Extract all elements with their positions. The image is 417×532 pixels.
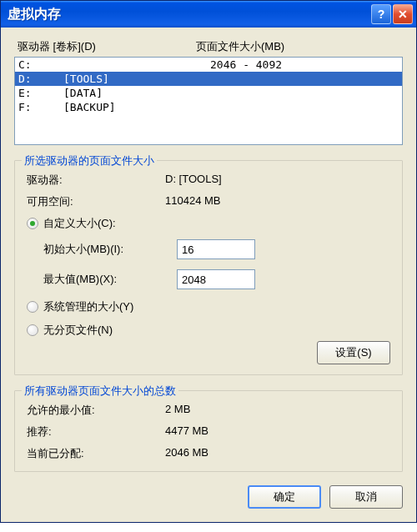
- close-icon: ✕: [398, 8, 408, 21]
- drive-row[interactable]: F:[BACKUP]: [15, 100, 402, 114]
- drive-volume-label: [TOOLS]: [63, 73, 210, 85]
- titlebar[interactable]: 虚拟内存 ? ✕: [1, 1, 416, 28]
- system-managed-label: 系统管理的大小(Y): [43, 299, 133, 314]
- drive-row[interactable]: C:2046 - 4092: [15, 58, 402, 72]
- custom-size-label: 自定义大小(C):: [43, 216, 116, 231]
- window-title: 虚拟内存: [8, 6, 371, 23]
- drive-label: 驱动器:: [27, 173, 165, 188]
- group-title: 所有驱动器页面文件大小的总数: [22, 384, 178, 399]
- system-managed-radio[interactable]: [27, 301, 38, 313]
- total-paging-group: 所有驱动器页面文件大小的总数 允许的最小值: 2 MB 推荐: 4477 MB …: [14, 390, 403, 472]
- pagefile-size-column-header: 页面文件大小(MB): [196, 39, 399, 54]
- no-paging-file-label: 无分页文件(N): [43, 323, 113, 338]
- available-space-value: 110424 MB: [165, 194, 390, 209]
- drive-pagefile-size: [210, 73, 399, 85]
- min-allowed-value: 2 MB: [165, 403, 390, 418]
- drive-letter: C:: [18, 58, 63, 71]
- drive-volume-label: [63, 58, 210, 71]
- drive-pagefile-size: 2046 - 4092: [210, 58, 399, 71]
- currently-allocated-label: 当前已分配:: [27, 446, 165, 461]
- help-icon: ?: [378, 8, 385, 21]
- cancel-button[interactable]: 取消: [329, 485, 403, 509]
- max-size-label: 最大值(MB)(X):: [43, 272, 177, 287]
- drive-letter: F:: [18, 101, 63, 113]
- custom-size-radio[interactable]: [27, 218, 38, 229]
- selected-drive-group: 所选驱动器的页面文件大小 驱动器: D: [TOOLS] 可用空间: 11042…: [14, 160, 403, 375]
- group-title: 所选驱动器的页面文件大小: [22, 153, 157, 168]
- drive-volume-label: [DATA]: [63, 87, 210, 99]
- drive-volume-label: [BACKUP]: [63, 101, 210, 113]
- help-button[interactable]: ?: [371, 4, 391, 24]
- ok-button[interactable]: 确定: [248, 485, 321, 509]
- recommended-value: 4477 MB: [165, 424, 390, 439]
- virtual-memory-dialog: 虚拟内存 ? ✕ 驱动器 [卷标](D) 页面文件大小(MB) C:2046 -…: [0, 0, 417, 523]
- min-allowed-label: 允许的最小值:: [27, 403, 165, 418]
- drive-pagefile-size: [210, 87, 399, 99]
- drive-letter: D:: [18, 73, 63, 85]
- drive-row[interactable]: E:[DATA]: [15, 86, 402, 100]
- set-button[interactable]: 设置(S): [317, 341, 390, 364]
- drive-letter: E:: [18, 87, 63, 99]
- drive-list[interactable]: C:2046 - 4092D:[TOOLS]E:[DATA]F:[BACKUP]: [14, 57, 403, 145]
- max-size-input[interactable]: [177, 269, 255, 289]
- available-space-label: 可用空间:: [27, 194, 165, 209]
- drive-row[interactable]: D:[TOOLS]: [15, 72, 402, 86]
- no-paging-file-radio[interactable]: [27, 324, 38, 336]
- drive-value: D: [TOOLS]: [165, 173, 390, 188]
- initial-size-label: 初始大小(MB)(I):: [43, 242, 177, 257]
- recommended-label: 推荐:: [27, 424, 165, 439]
- close-button[interactable]: ✕: [393, 4, 413, 24]
- currently-allocated-value: 2046 MB: [165, 446, 390, 461]
- drive-column-header: 驱动器 [卷标](D): [18, 39, 196, 54]
- initial-size-input[interactable]: [177, 239, 255, 259]
- drive-pagefile-size: [210, 101, 399, 113]
